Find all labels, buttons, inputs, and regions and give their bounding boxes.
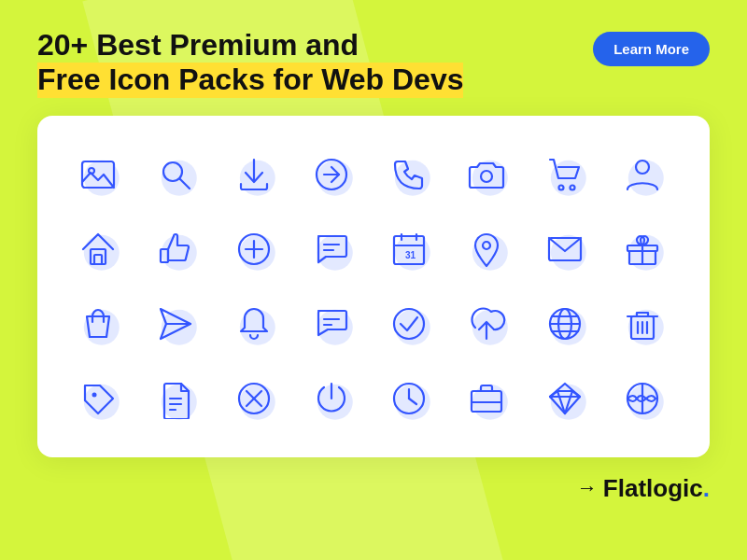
- camera-icon: [454, 142, 519, 207]
- plus-circle-icon: [221, 217, 287, 282]
- learn-more-button[interactable]: Learn More: [593, 32, 710, 66]
- globe-icon: [532, 291, 598, 357]
- diamond-icon: [532, 366, 598, 431]
- svg-line-3: [180, 178, 190, 189]
- clock-icon: [376, 366, 442, 431]
- branding-dot: .: [703, 474, 710, 502]
- svg-rect-0: [82, 161, 114, 188]
- upload-cloud-icon: [454, 291, 519, 357]
- check-circle-icon: [376, 291, 442, 357]
- svg-point-9: [570, 185, 574, 189]
- cart-icon: [532, 142, 598, 207]
- mail-icon: [532, 217, 598, 282]
- title-block: 20+ Best Premium and Free Icon Packs for…: [37, 28, 593, 97]
- svg-point-8: [558, 185, 563, 189]
- trash-icon: [610, 291, 675, 357]
- image-icon: [65, 142, 131, 207]
- earth-icon: [610, 366, 675, 431]
- send-icon: [143, 291, 208, 357]
- icon-grid: 31: [65, 142, 682, 431]
- title-line2: Free Icon Packs for Web Devs: [37, 63, 463, 97]
- svg-point-47: [92, 392, 97, 397]
- icon-card: 31: [37, 116, 710, 457]
- home-icon: [65, 217, 131, 282]
- title-line1: 20+ Best Premium and: [37, 28, 593, 63]
- svg-marker-60: [550, 384, 580, 413]
- branding-arrow: →: [577, 476, 598, 500]
- svg-text:31: 31: [405, 250, 416, 260]
- phone-icon: [376, 142, 442, 207]
- gift-icon: [610, 217, 675, 282]
- message-icon: [299, 291, 364, 357]
- svg-rect-11: [91, 249, 106, 264]
- main-container: 20+ Best Premium and Free Icon Packs for…: [0, 0, 747, 560]
- briefcase-icon: [454, 366, 519, 431]
- svg-point-35: [394, 309, 424, 339]
- svg-point-10: [636, 161, 649, 174]
- svg-rect-12: [94, 255, 102, 264]
- x-circle-icon: [221, 366, 287, 431]
- download-icon: [221, 142, 287, 207]
- chat-icon: [299, 217, 364, 282]
- tag-icon: [65, 366, 131, 431]
- svg-line-57: [409, 399, 416, 404]
- branding: → Flatlogic.: [37, 474, 710, 503]
- user-icon: [610, 142, 675, 207]
- header: 20+ Best Premium and Free Icon Packs for…: [37, 28, 710, 97]
- title-line2-text: Free Icon Packs for Web Devs: [37, 63, 463, 98]
- bell-icon: [221, 291, 287, 357]
- search-icon: [143, 142, 208, 207]
- power-icon: [299, 366, 364, 431]
- svg-point-24: [483, 242, 490, 249]
- calendar-icon: 31: [376, 217, 442, 282]
- bag-icon: [65, 291, 131, 357]
- svg-rect-13: [161, 249, 168, 262]
- document-icon: [143, 366, 208, 431]
- thumbs-up-icon: [143, 217, 208, 282]
- arrow-right-circle-icon: [299, 142, 364, 207]
- svg-point-7: [481, 171, 492, 182]
- location-icon: [454, 217, 519, 282]
- branding-text: Flatlogic.: [603, 474, 710, 503]
